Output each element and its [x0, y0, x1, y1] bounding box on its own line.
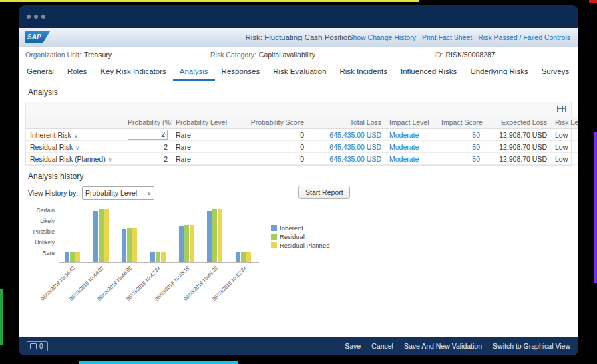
tab-surveys[interactable]: Surveys — [535, 63, 576, 81]
bar-inherent — [179, 226, 184, 262]
tab-key-risk-indicators[interactable]: Key Risk Indicators — [93, 63, 172, 81]
window-control-dot[interactable] — [34, 15, 38, 19]
analysis-history-heading: Analysis history — [28, 172, 578, 181]
impact-level-link[interactable]: Moderate — [389, 131, 419, 139]
column-header-probability: Probability (%) — [124, 116, 172, 129]
table-settings-button[interactable] — [556, 104, 567, 114]
bar-residual-planned — [218, 209, 222, 262]
impact-score-link[interactable]: 50 — [472, 131, 480, 139]
tab-bar-items: GeneralRolesKey Risk IndicatorsAnalysisR… — [20, 63, 578, 81]
total-loss-link[interactable]: 645,435.00 USD — [329, 143, 381, 151]
probability-score-cell: 0 — [236, 129, 308, 141]
footer-action-cancel[interactable]: Cancel — [371, 342, 393, 350]
tab-risk-evaluation[interactable]: Risk Evaluation — [266, 63, 333, 81]
risk-level-cell: Low — [551, 141, 578, 153]
row-label-cell[interactable]: Residual Risk∨ — [26, 141, 124, 153]
tab-attachments-links[interactable]: Attachments & Links — [576, 63, 578, 81]
shell-link-risk-passed-failed-controls[interactable]: Risk Passed / Failed Controls — [478, 33, 570, 41]
column-header-expected-loss: Expected Loss — [484, 116, 551, 129]
tab-responses[interactable]: Responses — [215, 63, 267, 81]
shell-link-show-change-history[interactable]: Show Change History — [348, 33, 416, 41]
expected-loss-cell: 12,908.70 USD — [484, 129, 551, 141]
row-label-cell[interactable]: Inherent Risk∨ — [26, 129, 124, 141]
window-titlebar — [19, 5, 578, 28]
footer-action-save[interactable]: Save — [345, 342, 361, 350]
risk-id-value: RISK/50008287 — [445, 51, 495, 59]
chart-plot-column: 06/03/2019 10:34:4306/03/2019 10:44:0706… — [59, 210, 259, 298]
messages-button[interactable]: 0 — [27, 341, 48, 351]
decor-strip-green — [0, 289, 3, 345]
chart-x-axis-labels: 06/03/2019 10:34:4306/03/2019 10:44:0706… — [59, 263, 259, 298]
column-header-total-loss: Total Loss — [308, 116, 385, 129]
decor-strip-yellow — [0, 0, 419, 2]
chart-plot-area — [59, 210, 259, 263]
y-axis-label-possible: Possible — [33, 228, 55, 235]
table-row-residual-risk-planned: Residual Risk (Planned)∨2Rare0645,435.00… — [26, 153, 578, 165]
analysis-table-body: Inherent Risk∨2Rare0645,435.00 USDModera… — [26, 129, 578, 165]
risk-category-label: Risk Category: — [210, 51, 256, 59]
bar-group — [150, 252, 166, 262]
view-history-select[interactable]: Probability Level ∨ — [82, 186, 154, 200]
chart-y-axis-labels: RareUnlikelyPossibleLikelyCertain — [28, 210, 59, 263]
history-controls: View History by: Probability Level ∨ Sta… — [28, 186, 578, 200]
organization-unit: Organization Unit:Treasury — [25, 51, 112, 59]
legend-swatch — [271, 242, 277, 248]
tab-influenced-risks[interactable]: Influenced Risks — [394, 63, 463, 81]
shell-link-print-fact-sheet[interactable]: Print Fact Sheet — [422, 33, 472, 41]
message-icon — [30, 343, 37, 349]
bar-group — [122, 228, 137, 262]
bar-residual — [241, 252, 246, 262]
bar-residual — [184, 225, 189, 262]
legend-item-inherent: Inherent — [271, 224, 329, 232]
row-label-cell[interactable]: Residual Risk (Planned)∨ — [26, 153, 124, 165]
window-control-dot[interactable] — [27, 15, 31, 19]
impact-level-cell: Moderate — [385, 141, 437, 153]
bar-group — [207, 209, 222, 262]
total-loss-link[interactable]: 645,435.00 USD — [329, 155, 381, 163]
footer-action-save-and-new-validation[interactable]: Save And New Validation — [404, 342, 482, 350]
tab-roles[interactable]: Roles — [61, 63, 93, 81]
chevron-down-icon: ∨ — [74, 133, 78, 139]
probability-pct-cell: 2 — [124, 129, 172, 141]
impact-score-link[interactable]: 50 — [472, 155, 480, 163]
y-axis-label-unlikely: Unlikely — [35, 239, 55, 246]
legend-swatch — [271, 234, 277, 240]
risk-level-cell: Low — [551, 129, 578, 141]
object-info-bar: Organization Unit:Treasury Risk Category… — [19, 47, 578, 63]
tab-general[interactable]: General — [20, 63, 61, 81]
view-history-by-label: View History by: — [28, 189, 78, 197]
column-header-impact-score: Impact Score — [437, 116, 484, 129]
bar-inherent — [207, 211, 212, 262]
total-loss-cell: 645,435.00 USD — [308, 141, 385, 153]
tab-analysis[interactable]: Analysis — [173, 63, 215, 81]
impact-level-link[interactable]: Moderate — [389, 155, 419, 163]
tab-underlying-risks[interactable]: Underlying Risks — [463, 63, 534, 81]
probability-pct-cell: 2 — [124, 141, 172, 153]
footer-action-switch-to-graphical-view[interactable]: Switch to Graphical View — [493, 342, 570, 350]
total-loss-cell: 645,435.00 USD — [308, 129, 385, 141]
decor-strip-red — [589, 0, 597, 3]
column-header-probability-level: Probability Level — [172, 116, 236, 129]
total-loss-link[interactable]: 645,435.00 USD — [329, 131, 381, 139]
message-count: 0 — [39, 343, 43, 350]
view-history-selected-value: Probability Level — [85, 189, 137, 197]
window-control-dot[interactable] — [41, 15, 45, 19]
start-report-button[interactable]: Start Report — [298, 186, 350, 199]
decor-strip-cyan — [79, 361, 238, 364]
probability-score-cell: 0 — [236, 153, 308, 165]
bar-residual-planned — [161, 252, 166, 262]
risk-level-cell: Low — [551, 153, 578, 165]
y-axis-label-certain: Certain — [37, 207, 55, 214]
impact-score-link[interactable]: 50 — [472, 143, 480, 151]
bar-group — [236, 252, 251, 262]
legend-label: Inherent — [280, 224, 303, 232]
legend-item-residual: Residual — [271, 233, 329, 240]
bar-residual — [156, 252, 160, 262]
probability-input[interactable]: 2 — [128, 130, 168, 140]
impact-level-link[interactable]: Moderate — [389, 143, 419, 151]
analysis-table-container: Probability (%)Probability LevelProbabil… — [25, 102, 572, 166]
row-label: Residual Risk (Planned) — [30, 155, 106, 163]
probability-level-cell: Rare — [172, 129, 236, 141]
tab-risk-incidents[interactable]: Risk Incidents — [333, 63, 394, 81]
analysis-heading: Analysis — [28, 87, 578, 97]
